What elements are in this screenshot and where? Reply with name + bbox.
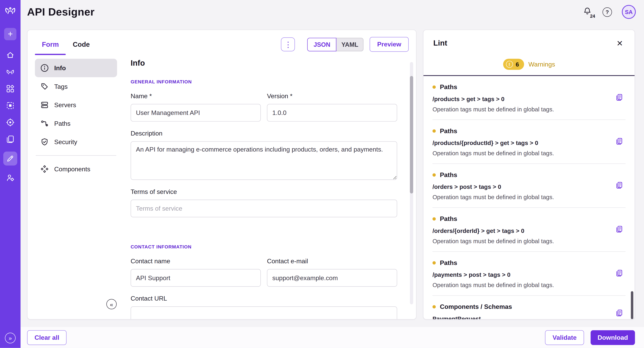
lint-item: Paths /orders > post > tags > 0 Operatio… (432, 164, 626, 208)
nav-item-label: Security (54, 138, 77, 146)
lint-item-path: /payments > post > tags > 0 (432, 271, 609, 279)
warning-dot-icon (432, 173, 436, 176)
nav-divider (36, 155, 116, 156)
lint-scrollbar-thumb[interactable] (631, 291, 633, 319)
expand-sidebar-icon[interactable]: » (5, 333, 16, 343)
format-json-button[interactable]: JSON (307, 38, 336, 51)
more-options-icon[interactable]: ⋮ (281, 37, 295, 51)
terms-of-service-label: Terms of service (130, 188, 397, 196)
form-scrollbar-thumb[interactable] (410, 76, 413, 194)
info-form: Info GENERAL INFORMATION Name * Version … (130, 56, 409, 320)
lint-item-category: Paths (440, 82, 457, 92)
form-section-nav: Info Tags (35, 59, 117, 320)
add-button[interactable]: + (4, 28, 16, 40)
nav-item-label: Components (54, 166, 90, 173)
version-label: Version * (267, 92, 397, 100)
editor-body: Info Tags (28, 55, 416, 320)
copy-icon[interactable] (615, 269, 624, 278)
nav-item-label: Paths (54, 120, 70, 127)
lint-panel: Lint ✕ ! 6 Warnings Paths /products > ge… (423, 30, 635, 320)
nav-item-label: Servers (54, 101, 76, 109)
explore-target-icon[interactable] (6, 118, 15, 127)
top-header: API Designer 24 ? SA (20, 0, 644, 24)
warning-dot-icon (432, 305, 436, 308)
copy-icon[interactable] (615, 137, 624, 146)
lint-item-category: Paths (440, 258, 457, 268)
lint-item: Paths /products > get > tags > 0 Operati… (432, 76, 626, 120)
version-field[interactable] (267, 104, 397, 122)
nav-item-servers[interactable]: Servers (35, 96, 117, 114)
contact-url-field[interactable] (130, 306, 397, 320)
hub-icon[interactable] (6, 67, 15, 76)
editor-tabs: Form Code (35, 36, 97, 52)
description-field[interactable]: An API for managing e-commerce operation… (130, 141, 397, 180)
nav-item-components[interactable]: Components (35, 160, 117, 178)
servers-icon (40, 100, 49, 109)
format-toggle: JSON YAML (307, 38, 364, 51)
copy-icon[interactable] (615, 309, 624, 318)
info-icon (40, 64, 49, 72)
name-field[interactable] (130, 104, 261, 122)
nav-item-tags[interactable]: Tags (35, 77, 117, 96)
contact-email-label: Contact e-mail (267, 258, 397, 265)
editor-toolbar: Form Code ⋮ JSON YAML Preview (28, 30, 416, 55)
lint-item-category: Paths (440, 214, 457, 224)
lint-item-path: /orders/{orderId} > get > tags > 0 (432, 227, 609, 235)
close-icon[interactable]: ✕ (615, 38, 624, 48)
nav-item-security[interactable]: Security (35, 133, 117, 151)
collapse-nav-icon[interactable]: « (106, 299, 116, 309)
tags-icon (40, 82, 49, 91)
nav-item-paths[interactable]: Paths (35, 114, 117, 133)
contact-name-label: Contact name (130, 258, 261, 265)
copy-icon[interactable] (615, 93, 624, 102)
contact-email-field[interactable] (267, 269, 397, 287)
lint-item-message: Operation tags must be defined in global… (432, 281, 609, 289)
lint-item-path: /products/{productId} > get > tags > 0 (432, 139, 609, 147)
editor-panel: Form Code ⋮ JSON YAML Preview (27, 30, 416, 320)
help-icon[interactable]: ? (602, 7, 612, 17)
lint-title: Lint (434, 39, 448, 48)
footer-bar: Clear all Validate Download (20, 327, 644, 348)
avatar[interactable]: SA (622, 5, 636, 19)
paths-icon (40, 119, 49, 128)
warning-dot-icon (432, 217, 436, 220)
api-designer-app: + (0, 0, 644, 348)
general-information-section-label: GENERAL INFORMATION (130, 79, 397, 84)
contact-url-label: Contact URL (130, 295, 397, 302)
warning-dot-icon (432, 86, 436, 88)
lint-warnings-tab[interactable]: ! 6 Warnings (424, 59, 634, 76)
tab-form[interactable]: Form (35, 36, 66, 52)
api-designer-edit-icon[interactable] (3, 152, 17, 166)
lint-item-category: Paths (440, 126, 457, 136)
lint-item-message: Operation tags must be defined in global… (432, 149, 609, 157)
nav-item-label: Tags (54, 83, 68, 90)
warnings-tab-label: Warnings (528, 60, 555, 68)
nav-item-info[interactable]: Info (35, 59, 117, 77)
nav-item-label: Info (54, 64, 66, 72)
lint-warning-list: Paths /products > get > tags > 0 Operati… (424, 76, 634, 320)
format-yaml-button[interactable]: YAML (336, 38, 364, 51)
copy-icon[interactable] (615, 181, 624, 190)
validate-button[interactable]: Validate (545, 330, 584, 345)
notifications-bell-icon[interactable]: 24 (582, 6, 593, 17)
user-settings-icon[interactable] (6, 173, 15, 182)
lint-item: Paths /orders/{orderId} > get > tags > 0… (432, 208, 626, 252)
tab-code[interactable]: Code (66, 36, 97, 52)
warnings-count: 6 (516, 61, 519, 68)
page-title: API Designer (27, 6, 95, 18)
contact-name-field[interactable] (130, 269, 261, 287)
home-icon[interactable] (6, 50, 15, 60)
components-icon (40, 165, 49, 173)
copy-icon[interactable] (615, 225, 624, 234)
lint-item-path: /products > get > tags > 0 (432, 95, 609, 103)
terms-of-service-field[interactable] (130, 200, 397, 217)
clear-all-button[interactable]: Clear all (27, 330, 67, 345)
download-button[interactable]: Download (590, 330, 635, 345)
lint-item: Components / Schemas PaymentRequest (432, 296, 626, 320)
documents-icon[interactable] (6, 135, 15, 144)
brand-logo-icon[interactable] (4, 4, 16, 17)
preview-button[interactable]: Preview (370, 37, 408, 52)
warning-exclamation-icon: ! (506, 61, 513, 68)
apps-grid-icon[interactable] (6, 84, 15, 93)
artifact-box-icon[interactable] (6, 101, 15, 110)
